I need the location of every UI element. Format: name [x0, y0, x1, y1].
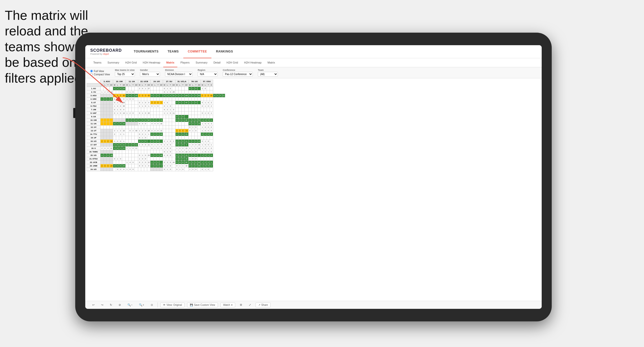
save-custom-button[interactable]: 💾 Save Custom View	[187, 303, 218, 307]
team-filter: Team (All)	[258, 69, 278, 77]
table-row: 7. UM 0100 0210	[87, 108, 225, 111]
subnav-matrix[interactable]: Matrix	[163, 58, 177, 67]
view-toggle: Full View Compact View	[90, 70, 110, 76]
subnav-matrix2[interactable]: Matrix	[265, 58, 278, 67]
team-select[interactable]: (All)	[258, 72, 278, 77]
table-row: 23. UNM 200-23 20025 0010 1001 020 01118…	[87, 164, 225, 168]
subnav-h2h-grid[interactable]: H2H Grid	[122, 58, 140, 67]
subnav-summary2[interactable]: Summary	[193, 58, 210, 67]
table-row: 8. UAF 01014 120 01015 11011 0101	[87, 111, 225, 115]
zoom-out-button[interactable]: 🔍−	[125, 302, 134, 308]
full-view-radio[interactable]: Full View	[90, 70, 110, 73]
col-header-uw: 10. UW	[113, 80, 126, 83]
table-row: 21. ETSU 010 130 10018 100	[87, 157, 225, 161]
nav-tournaments[interactable]: TOURNAMENTS	[129, 45, 163, 58]
table-row: 14. TTU 211 0211 20029 41029 0103	[87, 133, 225, 136]
toolbar: ↩ ↪ ↻ ⊘ 🔍− 🔍+ ⊙ 👁 View: Original 💾 Save …	[85, 301, 542, 309]
filter-bar: Full View Compact View Max teams in view…	[85, 67, 542, 78]
col-header-ua: 11. UA	[126, 80, 138, 83]
share-icon: ↗	[258, 304, 260, 306]
table-row: 10. UW 13011 13032 04172 25066 12051 145…	[87, 119, 225, 122]
conference-filter: Conference Pac-12 Conference (All)	[223, 69, 253, 77]
table-row: 13. UT 21222 0230 12026 22012 200-19 010…	[87, 129, 225, 133]
view-original-button[interactable]: 👁 View: Original	[160, 303, 185, 307]
subnav-summary[interactable]: Summary	[104, 58, 122, 67]
table-row: 17. GIT 10011 11011 10011 0100 100 2100 …	[87, 143, 225, 147]
table-row: 3. ASU 04080 50120 20048 010 52052 60016…	[87, 94, 225, 97]
col-header-uo: 24. UO	[150, 80, 163, 83]
table-row: 1. AU 12023 20127 010 010 10	[87, 87, 225, 90]
conference-select[interactable]: Pac-12 Conference (All)	[223, 72, 253, 77]
nav-teams[interactable]: TEAMS	[163, 45, 183, 58]
nav-committee[interactable]: COMMITTEE	[183, 45, 212, 58]
col-header-asu: 3. ASU	[101, 80, 113, 83]
eye-icon: 👁	[163, 304, 166, 306]
table-row: 22. UCB 140 02012 100 03044 20064 30044 …	[87, 161, 225, 164]
nav-bar: SCOREBOARD Powered by clippd TOURNAMENTS…	[85, 45, 542, 58]
max-teams-select[interactable]: Top 25 Top 10 All	[115, 72, 135, 77]
subnav-teams[interactable]: Teams	[90, 58, 104, 67]
tablet-side-button	[73, 108, 75, 118]
table-row: 16. UO 210-14 1201 110 110 2101 21011 11…	[87, 140, 225, 143]
table-row: 19. TAMU 010 10013 010 1010	[87, 150, 225, 154]
table-row: 11. UA 01010 030 34010 03215 1003	[87, 122, 225, 126]
subnav-h2h-grid2[interactable]: H2H Grid	[223, 58, 241, 67]
region-filter: Region N/A (All)	[198, 69, 218, 77]
table-row: 2. VU 120-12 010 01025	[87, 90, 225, 94]
save-icon: 💾	[190, 304, 193, 306]
logo: SCOREBOARD Powered by clippd	[90, 48, 122, 55]
region-select[interactable]: N/A (All)	[198, 72, 218, 77]
share-button[interactable]: ↗ Share	[256, 303, 271, 307]
tablet-frame: SCOREBOARD Powered by clippd TOURNAMENTS…	[75, 33, 552, 321]
table-row: 5. UT 01435 0100 2201 10 20140 110 0102	[87, 101, 225, 104]
max-teams-filter: Max teams in view Top 25 Top 10 All	[115, 69, 135, 77]
table-row: 6. FSU 14035 1101 010 010 0102	[87, 104, 225, 108]
col-header-uu: 54. UU	[188, 80, 201, 83]
undo-button[interactable]: ↩	[90, 302, 97, 308]
table-row: 20. UG 010-34 01023 10040 100 01019 100 …	[87, 154, 225, 157]
nav-rankings[interactable]: RANKINGS	[211, 45, 237, 58]
table-row: 4. UNC 10136 0110 100	[87, 97, 225, 101]
gender-select[interactable]: Men's Women's	[140, 72, 160, 77]
expand-button[interactable]: ⤢	[247, 302, 253, 308]
table-row: 12. UV 010 1000	[87, 126, 225, 129]
redo-button[interactable]: ↪	[99, 302, 105, 308]
toolbar-separator	[157, 302, 158, 307]
col-header-su: 27. SU	[163, 80, 176, 83]
logo-sub: Powered by clippd	[90, 53, 122, 55]
table-row: 24. UO 029 100 010 010 100 010	[87, 168, 225, 171]
sub-nav: Teams Summary H2H Grid H2H Heatmap Matri…	[85, 58, 542, 67]
table-row: 9. UA 010	[87, 115, 225, 119]
col-header-ucla: 31. UCLA	[175, 80, 188, 83]
table-row: 18. U 20011 10111 11011 0100 100 10013 0…	[87, 147, 225, 150]
compact-view-radio[interactable]: Compact View	[90, 73, 110, 76]
share-settings-button[interactable]: ⚙	[238, 302, 244, 308]
logo-title: SCOREBOARD	[90, 48, 122, 53]
subnav-h2h-heatmap2[interactable]: H2H Heatmap	[241, 58, 265, 67]
col-header-ucb: 22. UCB	[138, 80, 150, 83]
tablet-screen: SCOREBOARD Powered by clippd TOURNAMENTS…	[85, 45, 542, 309]
refresh2-button[interactable]: ⊘	[117, 302, 123, 308]
gender-filter: Gender Men's Women's	[140, 69, 160, 77]
division-select[interactable]: NCAA Division I NCAA Division II	[165, 72, 193, 77]
heatmap-table: 3. ASU 10. UW 11. UA 22. UCB 24. UO 27. …	[87, 80, 225, 171]
watch-button[interactable]: Watch ▾	[220, 303, 235, 307]
refresh-button[interactable]: ↻	[108, 302, 114, 308]
division-filter: Division NCAA Division I NCAA Division I…	[165, 69, 193, 77]
col-header-osu: 57. OSU	[201, 80, 213, 83]
table-row: 15. UF 010	[87, 136, 225, 140]
nav-links: TOURNAMENTS TEAMS COMMITTEE RANKINGS	[129, 45, 238, 58]
zoom-in-button[interactable]: 🔍+	[137, 302, 146, 308]
reset-button[interactable]: ⊙	[149, 302, 155, 308]
matrix-wrapper[interactable]: 3. ASU 10. UW 11. UA 22. UCB 24. UO 27. …	[85, 78, 542, 301]
subnav-players[interactable]: Players	[177, 58, 193, 67]
subnav-h2h-heatmap[interactable]: H2H Heatmap	[140, 58, 163, 67]
subnav-detail[interactable]: Detail	[210, 58, 223, 67]
